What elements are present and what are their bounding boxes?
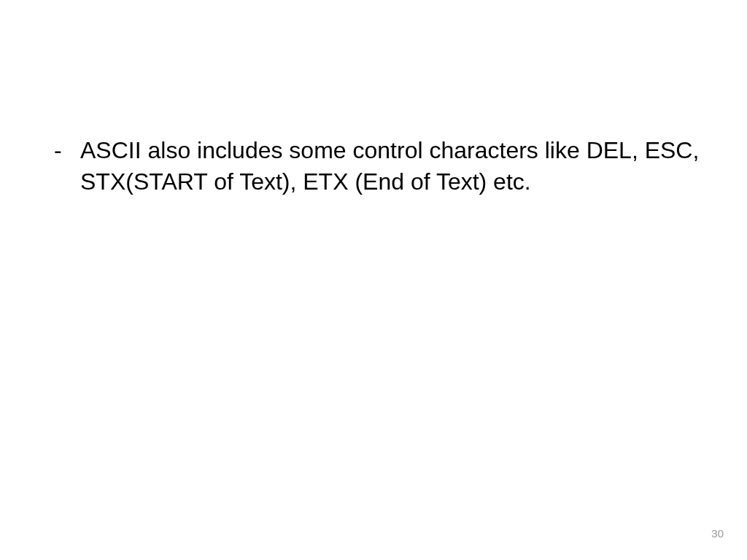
slide-content: - ASCII also includes some control chara…: [51, 135, 703, 198]
page-number: 30: [711, 527, 724, 540]
bullet-text: ASCII also includes some control charact…: [80, 135, 703, 198]
bullet-marker: -: [51, 135, 80, 166]
bullet-item: - ASCII also includes some control chara…: [51, 135, 703, 198]
